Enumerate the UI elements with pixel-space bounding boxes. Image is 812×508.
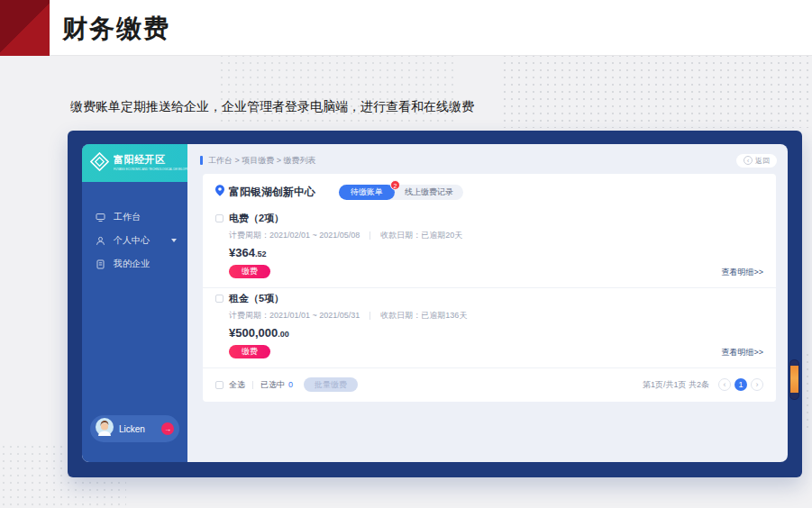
sidebar-item-label: 我的企业 [114, 258, 150, 270]
payment-card: 富阳银湖创新中心 待缴账单 2 线上缴费记录 [203, 174, 776, 402]
sidebar-item-label: 工作台 [114, 211, 141, 223]
slide-description: 缴费账单定期推送给企业，企业管理者登录电脑端，进行查看和在线缴费 [70, 99, 474, 115]
dot-pattern [501, 45, 811, 128]
diamond-logo-icon [90, 152, 109, 175]
location-pin-icon [215, 184, 224, 200]
sidebar-menu: 工作台 个人中心 我的企业 [82, 205, 187, 276]
meta-divider [370, 312, 370, 320]
back-button[interactable]: ‹ 返回 [736, 154, 777, 168]
pay-button[interactable]: 缴费 [229, 265, 270, 278]
workbench-icon [96, 213, 105, 222]
bill-actions: 缴费 查看明细>> [229, 345, 763, 358]
sidebar-item-workbench[interactable]: 工作台 [82, 205, 187, 229]
selected-label: 已选中 [260, 379, 285, 391]
main-area: 工作台 > 项目缴费 > 缴费列表 ‹ 返回 [187, 144, 788, 462]
billing-period: 计费周期：2021/01/01 ~ 2021/05/31 [229, 310, 360, 322]
slide: 财务缴费 缴费账单定期推送给企业，企业管理者登录电脑端，进行查看和在线缴费 富阳… [0, 0, 812, 508]
slide-header: 财务缴费 [0, 0, 812, 56]
breadcrumb[interactable]: 工作台 > 项目缴费 > 缴费列表 [208, 155, 316, 167]
back-label: 返回 [755, 156, 770, 166]
pen-decoration [789, 359, 799, 400]
sidebar-logo: 富阳经开区 FUYANG ECONOMIC AND TECHNOLOGICAL … [82, 144, 187, 182]
red-corner-decoration [0, 0, 50, 56]
footer-divider [252, 381, 253, 389]
tab-pending-bills[interactable]: 待缴账单 2 [339, 185, 395, 200]
view-detail-link[interactable]: 查看明细>> [721, 267, 763, 278]
selected-count: 0 [288, 380, 293, 389]
bill-title-row: 租金（5项） [215, 291, 763, 306]
chevron-down-icon [171, 239, 177, 242]
amount-decimal: .00 [278, 330, 289, 339]
tab-bar: 待缴账单 2 线上缴费记录 [339, 185, 463, 200]
breadcrumb-row: 工作台 > 项目缴费 > 缴费列表 ‹ 返回 [200, 152, 777, 168]
tab-label: 待缴账单 [351, 187, 383, 196]
card-header: 富阳银湖创新中心 待缴账单 2 线上缴费记录 [203, 174, 776, 208]
page-title: 财务缴费 [62, 12, 170, 46]
batch-pay-button[interactable]: 批量缴费 [304, 377, 358, 392]
due-status: 收款日期：已逾期20天 [380, 230, 462, 241]
due-status: 收款日期：已逾期136天 [380, 310, 467, 322]
bill-meta: 计费周期：2021/02/01 ~ 2021/05/08 收款日期：已逾期20天 [229, 230, 763, 241]
select-all-checkbox[interactable] [215, 381, 224, 389]
next-page-button[interactable]: › [751, 378, 763, 391]
sidebar: 富阳经开区 FUYANG ECONOMIC AND TECHNOLOGICAL … [82, 144, 187, 462]
enterprise-icon [96, 259, 105, 269]
meta-divider [370, 231, 370, 240]
pending-count-badge: 2 [390, 180, 400, 190]
user-chip[interactable]: Licken → [90, 415, 179, 442]
sidebar-item-my-enterprise[interactable]: 我的企业 [82, 252, 187, 276]
logo-title: 富阳经开区 [114, 153, 187, 167]
bill-item-electricity: 电费（2项） 计费周期：2021/02/01 ~ 2021/05/08 收款日期… [203, 208, 776, 288]
back-arrow-icon: ‹ [744, 156, 753, 165]
bill-meta: 计费周期：2021/01/01 ~ 2021/05/31 收款日期：已逾期136… [229, 310, 763, 322]
amount-main: ¥500,000 [229, 326, 278, 340]
bill-title-row: 电费（2项） [215, 211, 763, 226]
app-frame: 富阳经开区 FUYANG ECONOMIC AND TECHNOLOGICAL … [68, 131, 802, 477]
sidebar-item-label: 个人中心 [114, 234, 150, 247]
app-screenshot: 富阳经开区 FUYANG ECONOMIC AND TECHNOLOGICAL … [82, 144, 788, 462]
bill-amount: ¥364.52 [229, 246, 763, 259]
pagination: 第1页/共1页 共2条 ‹ 1 › [643, 378, 763, 391]
bill-item-rent: 租金（5项） 计费周期：2021/01/01 ~ 2021/05/31 收款日期… [203, 288, 776, 368]
tab-online-payment-records[interactable]: 线上缴费记录 [395, 186, 463, 198]
avatar [96, 418, 114, 440]
current-page-button[interactable]: 1 [734, 378, 747, 391]
page-info: 第1页/共1页 共2条 [643, 379, 709, 391]
user-name: Licken [119, 424, 145, 434]
bill-amount: ¥500,000.00 [229, 326, 763, 340]
bill-title: 租金（5项） [229, 292, 284, 305]
bill-actions: 缴费 查看明细>> [229, 265, 763, 278]
bill-checkbox[interactable] [215, 214, 224, 222]
bill-checkbox[interactable] [215, 295, 224, 303]
logo-text: 富阳经开区 FUYANG ECONOMIC AND TECHNOLOGICAL … [114, 153, 187, 173]
amount-decimal: .52 [255, 249, 267, 259]
user-icon [96, 236, 105, 246]
card-footer: 全选 已选中 0 批量缴费 第1页/共1页 共2条 ‹ 1 › [203, 368, 776, 402]
prev-page-button[interactable]: ‹ [718, 378, 731, 391]
view-detail-link[interactable]: 查看明细>> [721, 347, 763, 358]
sidebar-item-personal-center[interactable]: 个人中心 [82, 229, 187, 252]
bill-title: 电费（2项） [229, 212, 284, 225]
logo-subtitle: FUYANG ECONOMIC AND TECHNOLOGICAL DEVELO… [114, 168, 187, 170]
amount-main: ¥364 [229, 246, 255, 259]
billing-period: 计费周期：2021/02/01 ~ 2021/05/08 [229, 230, 360, 241]
logout-icon[interactable]: → [161, 422, 174, 435]
pay-button[interactable]: 缴费 [229, 345, 270, 358]
select-all-label[interactable]: 全选 [229, 379, 245, 391]
breadcrumb-accent-bar [200, 156, 203, 165]
location-name: 富阳银湖创新中心 [229, 185, 315, 200]
